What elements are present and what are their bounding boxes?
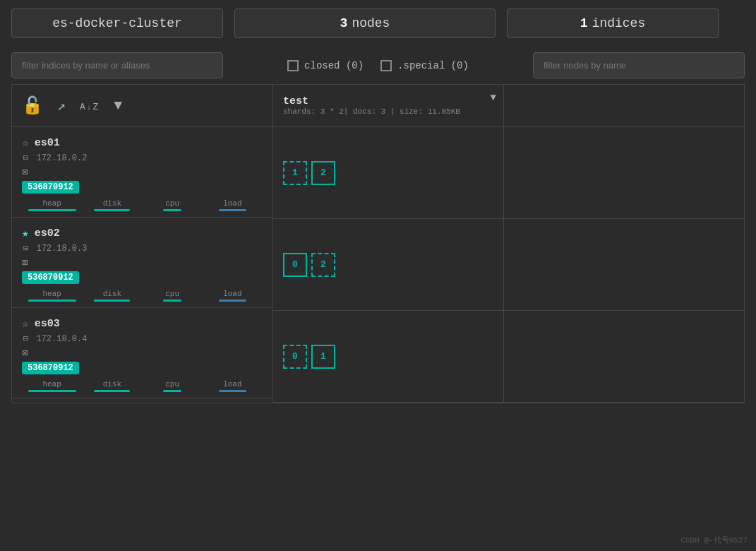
metric-heap-es02: heap (22, 290, 82, 302)
heap-bar (28, 209, 76, 211)
node-badge-es02: 536870912 (22, 271, 79, 284)
unlock-icon[interactable]: 🔓 (22, 95, 43, 116)
shard-cell-3-2[interactable]: 1 (311, 345, 335, 369)
extra-column (504, 85, 744, 403)
shard-row-es01: 1 2 (273, 127, 503, 219)
disk-bar-2 (94, 300, 130, 302)
metric-heap-es01: heap (22, 199, 82, 211)
shard-cell-1-2[interactable]: 2 (311, 161, 335, 185)
node-row-es03: ☆ es03 ⊟ 172.18.0.4 ⊠ 536870912 heap dis… (12, 308, 272, 398)
node-ip-es02: ⊟ 172.18.0.3 (23, 243, 263, 254)
sort-alpha-icon[interactable]: A↓Z (80, 97, 100, 114)
index-dropdown-icon[interactable]: ▼ (491, 92, 496, 103)
special-label: .special (0) (397, 60, 469, 71)
node-metrics-es01: heap disk cpu load (22, 199, 263, 211)
cpu-bar (163, 209, 181, 211)
star-icon-es03[interactable]: ☆ (22, 316, 29, 331)
special-checkbox[interactable] (380, 60, 392, 71)
metric-heap-es03: heap (22, 380, 82, 392)
cluster-name: es-docker-cluster (11, 8, 223, 38)
disk-label: disk (82, 199, 142, 208)
shard-cell-1-1[interactable]: 1 (283, 161, 307, 185)
indices-count: 1 (580, 16, 588, 30)
node-name-es01: es01 (35, 137, 60, 149)
load-bar-3 (219, 390, 246, 392)
cpu-bar-3 (163, 390, 181, 392)
extra-shard-3 (504, 311, 744, 403)
indices-summary: 1 indices (507, 8, 719, 38)
index-header: test shards: 3 * 2| docs: 3 | size: 11.8… (273, 85, 503, 127)
nodes-label: nodes (352, 16, 390, 30)
indices-area: test shards: 3 * 2| docs: 3 | size: 11.8… (273, 85, 504, 403)
node-badge-es01: 536870912 (22, 181, 79, 194)
special-filter[interactable]: .special (0) (380, 60, 469, 71)
metric-load-es01: load (203, 199, 263, 211)
heap-bar-2 (28, 300, 76, 302)
closed-checkbox[interactable] (287, 60, 299, 71)
filter-dropdown-icon[interactable]: ▼ (114, 97, 122, 114)
node-name-es02: es02 (35, 227, 60, 239)
index-name: test (283, 95, 453, 107)
node-tag-es02: ⊠ (22, 256, 263, 268)
cpu-label-3: cpu (143, 380, 203, 389)
load-bar (219, 209, 246, 211)
metric-cpu-es01: cpu (143, 199, 203, 211)
metric-load-es02: load (203, 290, 263, 302)
star-icon-es02[interactable]: ★ (22, 226, 29, 240)
toolbar-row: 🔓 ↗ A↓Z ▼ (12, 85, 272, 127)
load-label: load (203, 199, 263, 208)
shard-cell-3-1[interactable]: 0 (283, 345, 307, 369)
nodes-column: 🔓 ↗ A↓Z ▼ ☆ es01 ⊟ 172.18.0.2 ⊠ 53687091… (12, 85, 273, 403)
load-bar-2 (219, 300, 246, 302)
closed-label: closed (0) (304, 60, 364, 71)
metric-cpu-es03: cpu (143, 380, 203, 392)
node-row-es02: ★ es02 ⊟ 172.18.0.3 ⊠ 536870912 heap dis… (12, 218, 272, 308)
metric-disk-es03: disk (82, 380, 142, 392)
node-metrics-es03: heap disk cpu load (22, 380, 263, 392)
heap-label-2: heap (22, 290, 82, 298)
filter-bar: closed (0) .special (0) (0, 47, 756, 84)
cpu-label-2: cpu (143, 290, 203, 298)
indices-label: indices (592, 16, 646, 30)
cpu-label: cpu (143, 199, 203, 208)
extra-header (504, 85, 744, 127)
shard-row-es02: 0 2 (273, 219, 503, 311)
shard-cell-2-1[interactable]: 0 (283, 253, 307, 277)
expand-icon[interactable]: ↗ (57, 97, 66, 114)
metric-load-es03: load (203, 380, 263, 392)
shard-row-es03: 0 1 (273, 311, 503, 403)
nodes-count: 3 (340, 16, 348, 30)
main-grid: 🔓 ↗ A↓Z ▼ ☆ es01 ⊟ 172.18.0.2 ⊠ 53687091… (11, 84, 745, 403)
nodes-summary: 3 nodes (234, 8, 496, 38)
node-row-es01: ☆ es01 ⊟ 172.18.0.2 ⊠ 536870912 heap dis… (12, 127, 272, 218)
disk-bar (94, 209, 130, 211)
load-label-3: load (203, 380, 263, 389)
node-name-es03: es03 (35, 318, 60, 330)
cpu-bar-2 (163, 300, 181, 302)
disk-bar-3 (94, 390, 130, 392)
checkbox-group: closed (0) .special (0) (234, 60, 522, 71)
index-meta: shards: 3 * 2| docs: 3 | size: 11.85KB (283, 107, 460, 116)
disk-label-3: disk (82, 380, 142, 389)
star-icon-es01[interactable]: ☆ (22, 136, 29, 150)
node-badge-es03: 536870912 (22, 362, 79, 374)
extra-shard-2 (504, 219, 744, 311)
heap-bar-3 (28, 390, 76, 392)
node-ip-es01: ⊟ 172.18.0.2 (23, 153, 263, 163)
load-label-2: load (203, 290, 263, 298)
watermark: CSDN @-代号9527 (680, 535, 748, 545)
heap-label-3: heap (22, 380, 82, 389)
filter-nodes-input[interactable] (533, 52, 745, 78)
extra-shard-1 (504, 127, 744, 219)
node-tag-es01: ⊠ (22, 166, 263, 178)
top-bar: es-docker-cluster 3 nodes 1 indices (0, 0, 756, 47)
metric-disk-es02: disk (82, 290, 142, 302)
filter-indices-input[interactable] (11, 52, 223, 78)
cluster-name-text: es-docker-cluster (52, 16, 182, 30)
node-ip-es03: ⊟ 172.18.0.4 (23, 333, 263, 344)
node-metrics-es02: heap disk cpu load (22, 290, 263, 302)
metric-disk-es01: disk (82, 199, 142, 211)
closed-filter[interactable]: closed (0) (287, 60, 364, 71)
metric-cpu-es02: cpu (143, 290, 203, 302)
shard-cell-2-2[interactable]: 2 (311, 253, 335, 277)
